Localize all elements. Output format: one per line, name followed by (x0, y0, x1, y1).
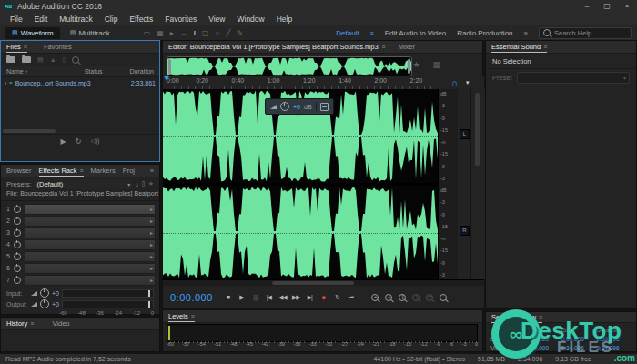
overview-strip[interactable] (167, 56, 412, 76)
play-button[interactable]: ▶ (236, 291, 248, 303)
waveform-right-channel[interactable] (163, 186, 438, 279)
view-row[interactable]: View 0:00.000 2:34.096 2:34.096 (490, 343, 632, 352)
skip-to-end-button[interactable]: ▶| (304, 291, 316, 303)
snapping-magnet-icon[interactable]: ∩ (451, 79, 458, 86)
slot-power-icon[interactable] (14, 265, 21, 272)
waveform-display[interactable] (163, 89, 438, 279)
expand-caret-icon[interactable]: › (5, 80, 6, 86)
delete-preset-icon[interactable]: ▯ (142, 180, 146, 187)
effect-slot-5[interactable]: 5▸ (1, 250, 159, 262)
panel-menu-icon[interactable]: ≡ (382, 44, 386, 50)
multitrack-mode-button[interactable]: ▤ Multitrack (64, 27, 116, 39)
tab-overflow-button[interactable]: » (150, 167, 154, 175)
search-help-input[interactable]: Search Help (539, 27, 632, 39)
column-name[interactable]: Name (6, 68, 24, 75)
output-gain-knob[interactable] (40, 299, 49, 308)
effect-slot-6[interactable]: 6▸ (1, 262, 159, 274)
volume-hud[interactable]: +0 dB (265, 98, 334, 115)
menu-item-help[interactable]: Help (271, 15, 298, 24)
tab-favorites[interactable]: Favorites (44, 43, 72, 51)
slip-tool-icon[interactable]: ↔ (180, 29, 187, 37)
menu-item-effects[interactable]: Effects (124, 15, 158, 24)
tab-files[interactable]: Files≡ (6, 41, 27, 53)
timeline-ruler[interactable]: 0:000:200:401:001:201:402:002:20 (163, 76, 438, 90)
effect-slot-3[interactable]: 3▸ (1, 227, 159, 238)
files-search-icon[interactable] (72, 56, 79, 64)
open-file-icon[interactable] (6, 56, 15, 63)
playhead-line[interactable] (167, 76, 167, 279)
spot-healing-brush-icon[interactable]: ╱ (226, 29, 230, 37)
workspace-overflow-button[interactable]: » (524, 29, 528, 37)
waveform-mode-button[interactable]: ▤ Waveform (5, 27, 60, 39)
skip-selection-button[interactable]: ⇥ (345, 291, 357, 303)
es-preset-dropdown[interactable]: ▾ (517, 72, 630, 84)
playhead-handle[interactable] (164, 76, 169, 81)
panel-menu-icon[interactable]: ≡ (191, 313, 195, 319)
slot-power-icon[interactable] (14, 206, 21, 213)
tab-essential-sound[interactable]: Essential Sound≡ (491, 41, 547, 53)
menu-item-clip[interactable]: Clip (99, 15, 124, 24)
preview-play-icon[interactable]: ▶ (61, 137, 66, 146)
tab-history[interactable]: History≡ (6, 318, 34, 329)
preset-dropdown[interactable]: (Default)▾ (35, 179, 134, 189)
new-file-icon[interactable]: ▤ (37, 56, 44, 64)
tab-levels[interactable]: Levels≡ (168, 310, 195, 322)
slot-power-icon[interactable] (14, 253, 21, 260)
effect-slot-2[interactable]: 2▸ (1, 215, 159, 227)
fast-forward-button[interactable]: ▶▶ (290, 291, 302, 303)
effect-slot-7[interactable]: 7▸ (1, 274, 159, 286)
tab-proj[interactable]: Proj (123, 167, 135, 175)
workspace-default[interactable]: Default (336, 29, 359, 37)
input-gain-knob[interactable] (40, 288, 49, 298)
panel-menu-icon[interactable]: ≡ (539, 314, 542, 320)
zoom-to-selection-button[interactable] (424, 291, 436, 303)
slot-power-icon[interactable] (14, 277, 21, 284)
panel-menu-icon[interactable]: ≡ (24, 44, 27, 50)
trash-icon[interactable]: ▯ (63, 56, 66, 64)
column-status[interactable]: Status (85, 68, 103, 75)
slot-power-icon[interactable] (14, 229, 21, 237)
loop-preview-icon[interactable]: ↻ (76, 137, 82, 146)
move-tool-icon[interactable]: ▸ (170, 29, 174, 37)
lasso-selection-tool-icon[interactable]: ○ (216, 29, 220, 37)
pause-button[interactable]: ∥∥ (249, 291, 261, 303)
panel-menu-icon[interactable]: ≡ (30, 320, 34, 327)
workspace-edit-audio-to-video[interactable]: Edit Audio to Video (385, 29, 446, 37)
panel-menu-icon[interactable]: ≡ (543, 44, 547, 50)
tab-selection-view[interactable]: Selection/View≡ (491, 311, 542, 323)
files-hscrollbar[interactable] (3, 129, 56, 133)
zoom-in-at-out-point-button[interactable] (410, 291, 422, 303)
loop-playback-button[interactable]: ↻ (331, 291, 343, 303)
tab-mixer[interactable]: Mixer (399, 43, 415, 51)
stop-button[interactable]: ■ (222, 291, 234, 303)
menu-item-multitrack[interactable]: Multitrack (54, 15, 97, 24)
menu-item-file[interactable]: File (5, 15, 28, 24)
tab-editor[interactable]: Editor: Bouncepedia Vol 1 [Prototype Sam… (168, 43, 386, 51)
tab-markers[interactable]: Markers (91, 167, 116, 175)
zoom-in-button[interactable] (369, 291, 381, 303)
tab-effects-rack[interactable]: Effects Rack≡ (39, 165, 84, 177)
menu-item-edit[interactable]: Edit (29, 15, 54, 24)
insert-multitrack-icon[interactable]: ▲ (50, 56, 56, 63)
favorite-preset-icon[interactable]: ★ (148, 180, 154, 187)
tab-video[interactable]: Video (52, 319, 69, 328)
slot-power-icon[interactable] (14, 217, 21, 225)
column-duration[interactable]: Duration (130, 68, 154, 75)
hud-fader-icon[interactable] (320, 103, 329, 111)
favorite-star-icon[interactable]: ★ (412, 60, 420, 69)
marquee-selection-tool-icon[interactable]: ▢ (202, 29, 209, 37)
paintbrush-tool-icon[interactable]: ✎ (237, 29, 243, 37)
save-preset-icon[interactable]: ↓ (136, 181, 139, 187)
autoplay-speaker-icon[interactable]: ◁)) (90, 137, 99, 145)
menu-item-window[interactable]: Window (231, 15, 269, 24)
skip-to-start-button[interactable]: |◀ (263, 291, 275, 303)
menu-item-view[interactable]: View (203, 15, 230, 24)
workspace-menu-icon[interactable]: ≡ (370, 30, 374, 36)
left-channel-badge[interactable]: L (460, 129, 470, 139)
spectral-display-icon[interactable]: ▦ (157, 29, 164, 37)
rewind-button[interactable]: ◀◀ (277, 291, 288, 303)
record-button[interactable]: ● (318, 291, 329, 303)
marker-pin-icon[interactable]: ▼ (465, 80, 470, 86)
editor-vscrollbar[interactable] (470, 89, 485, 279)
zoom-in-at-in-point-button[interactable] (397, 291, 409, 303)
